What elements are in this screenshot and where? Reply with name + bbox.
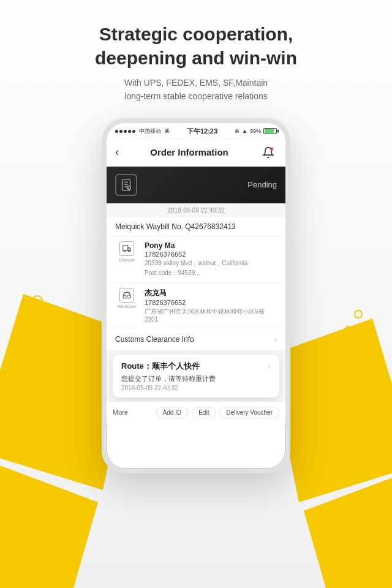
status-right: ⊕ ▲ 99% <box>235 128 277 134</box>
battery-percent: 99% <box>250 128 261 134</box>
app-header: ‹ Order Information <box>107 139 285 167</box>
bell-icon <box>262 146 274 159</box>
receiver-info: 杰克马 17826376652 广东省广州市天河区林和中路林和邻小区5栋2301 <box>145 288 277 323</box>
customs-label: Customs Clearance Info <box>115 335 194 344</box>
shipper-name: Pony Ma <box>145 241 277 250</box>
signal-dot-1 <box>115 130 118 133</box>
truck-icon <box>123 244 131 253</box>
order-timestamp: 2018-05-09 22:40:32 <box>107 203 285 217</box>
shipper-icon-col: Shipper <box>115 241 138 277</box>
route-popup-card[interactable]: Route：顺丰个人快件 › 您提交了订单，请等待称重计费 2018-05-09… <box>113 355 279 398</box>
page-title: Order Information <box>150 147 228 157</box>
shipper-address: 20339 valley blvd，walnut，California <box>145 259 277 268</box>
popup-message: 您提交了订单，请等待称重计费 <box>121 374 271 383</box>
hero-title: Strategic cooperation, deepening and win… <box>0 22 392 70</box>
svg-point-8 <box>124 250 126 252</box>
popup-time: 2018-05-09 22:40:32 <box>121 385 271 391</box>
shipper-postcode: Post code：94539... <box>145 269 277 277</box>
status-banner: Pending <box>107 167 285 203</box>
receiver-label: Receiver <box>117 304 137 309</box>
status-bar: 中国移动 ⌘ 下午12:23 ⊕ ▲ 99% <box>107 123 285 139</box>
receiver-address: 广东省广州市天河区林和中路林和邻小区5栋2301 <box>145 307 277 323</box>
wifi-icon: ⌘ <box>164 128 170 134</box>
popup-chevron-icon: › <box>268 361 271 371</box>
receiver-phone: 17826376652 <box>145 299 277 306</box>
notification-bell-button[interactable] <box>260 144 277 161</box>
shipper-section: Shipper Pony Ma 17826376652 20339 valley… <box>107 236 285 283</box>
carrier-name: 中国移动 <box>139 127 161 135</box>
receiver-name: 杰克马 <box>145 288 277 298</box>
bottom-action-bar: More Add ID Edit Delivery Voucher <box>107 401 285 423</box>
phone-content: 2018-05-09 22:40:32 Meiquick Waybill No.… <box>107 203 285 423</box>
signal-dot-4 <box>128 130 131 133</box>
phone-shell: 中国移动 ⌘ 下午12:23 ⊕ ▲ 99% ‹ Order Informati… <box>102 118 290 473</box>
status-left: 中国移动 ⌘ <box>115 127 170 135</box>
inbox-icon <box>123 291 131 300</box>
shipper-phone: 17826376652 <box>145 251 277 258</box>
shipper-label: Shipper <box>118 257 135 263</box>
battery-icon <box>263 128 277 134</box>
phone-mockup-wrapper: 中国移动 ⌘ 下午12:23 ⊕ ▲ 99% ‹ Order Informati… <box>0 118 392 473</box>
clipboard-icon <box>119 178 133 192</box>
action-buttons: Add ID Edit Delivery Voucher <box>156 407 279 418</box>
signal-dots <box>115 130 135 133</box>
svg-point-5 <box>127 186 131 190</box>
customs-clearance-row[interactable]: Customs Clearance Info › <box>107 328 285 351</box>
shipper-icon <box>119 241 134 256</box>
customs-chevron-icon: › <box>274 334 277 344</box>
signal-dot-2 <box>119 130 123 133</box>
order-status-label: Pending <box>247 180 277 189</box>
location-icon: ⊕ <box>235 128 239 134</box>
delivery-voucher-button[interactable]: Delivery Voucher <box>219 407 279 418</box>
battery-fill <box>265 129 274 133</box>
popup-route-row: Route：顺丰个人快件 › <box>121 361 271 372</box>
signal-icon: ▲ <box>242 128 247 134</box>
signal-dot-5 <box>132 130 135 133</box>
svg-marker-7 <box>123 246 128 251</box>
add-id-button[interactable]: Add ID <box>156 407 189 418</box>
order-icon <box>115 174 137 196</box>
back-button[interactable]: ‹ <box>115 146 119 159</box>
hero-section: Strategic cooperation, deepening and win… <box>0 0 392 104</box>
popup-route-label: Route：顺丰个人快件 <box>121 361 200 372</box>
more-button[interactable]: More <box>113 409 128 416</box>
shipper-info: Pony Ma 17826376652 20339 valley blvd，wa… <box>145 241 277 277</box>
receiver-icon <box>119 288 134 303</box>
receiver-icon-col: Receiver <box>115 288 138 323</box>
hero-subtitle: With UPS, FEDEX, EMS, SF,Maintain long-t… <box>0 76 392 104</box>
clock: 下午12:23 <box>187 127 217 136</box>
waybill-number: Meiquick Waybill No. Q42676832413 <box>107 217 285 236</box>
signal-dot-3 <box>124 130 127 133</box>
edit-button[interactable]: Edit <box>192 407 216 418</box>
svg-point-9 <box>128 250 130 252</box>
svg-point-0 <box>270 147 273 150</box>
receiver-section: Receiver 杰克马 17826376652 广东省广州市天河区林和中路林和… <box>107 283 285 328</box>
